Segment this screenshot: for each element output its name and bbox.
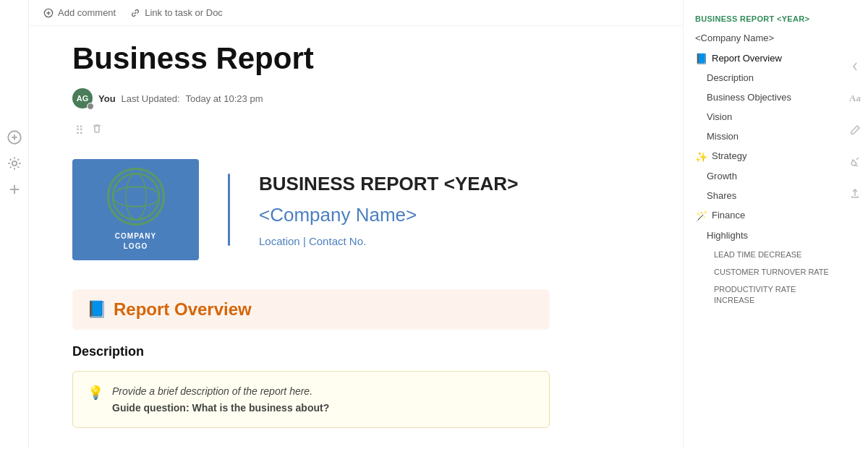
location-contact: Location | Contact No. — [259, 235, 518, 247]
avatar: AG — [72, 88, 93, 108]
sidebar-item-shares[interactable]: Shares — [684, 187, 842, 206]
avatar-badge — [87, 103, 94, 110]
plus-icon[interactable] — [7, 182, 22, 197]
strategy-emoji: ✨ — [695, 150, 707, 163]
sidebar-item-strategy[interactable]: ✨ Strategy — [684, 147, 842, 167]
share-icon[interactable] — [846, 185, 864, 202]
font-size-icon[interactable]: Aa — [846, 90, 864, 107]
company-logo: COMPANY LOGO — [72, 159, 199, 260]
report-overview-emoji: 📘 — [695, 52, 707, 65]
report-title: BUSINESS REPORT <YEAR> — [259, 173, 518, 195]
drag-handle-icon[interactable]: ⠿ — [75, 124, 84, 137]
sidebar-item-report-overview[interactable]: 📘 Report Overview — [684, 48, 842, 69]
sidebar-item-productivity-rate[interactable]: PRODUCTIVITY RATE INCREASE — [684, 281, 842, 309]
sidebar-title: BUSINESS REPORT <YEAR> — [684, 12, 842, 29]
callout-block: 💡 Provide a brief description of the rep… — [72, 371, 550, 428]
callout-icon: 💡 — [88, 385, 103, 401]
last-updated-label: Last Updated: — [122, 93, 180, 104]
far-right-panel: Aa — [842, 0, 868, 449]
company-name: <Company Name> — [259, 204, 518, 226]
overview-heading-text: Report Overview — [114, 299, 252, 320]
logo-circle — [107, 168, 165, 226]
svg-point-11 — [113, 187, 159, 207]
document-title: Business Report — [72, 40, 639, 77]
finance-emoji: 🪄 — [695, 210, 707, 223]
svg-point-10 — [126, 174, 146, 220]
sidebar-item-customer-turnover[interactable]: CUSTOMER TURNOVER RATE — [684, 263, 842, 281]
report-overview-heading: 📘 Report Overview — [72, 289, 550, 330]
cover-section: COMPANY LOGO BUSINESS REPORT <YEAR> <Com… — [72, 159, 639, 260]
author-name: You — [98, 93, 116, 104]
cover-info: BUSINESS REPORT <YEAR> <Company Name> Lo… — [259, 173, 518, 247]
svg-point-9 — [113, 174, 159, 220]
sidebar-item-mission[interactable]: Mission — [684, 127, 842, 147]
sidebar-item-finance[interactable]: 🪄 Finance — [684, 206, 842, 226]
collapse-icon[interactable] — [846, 58, 864, 75]
document-area: Business Report AG You Last Updated: Tod… — [29, 26, 683, 449]
paint-icon[interactable] — [846, 153, 864, 171]
sidebar-item-business-objectives[interactable]: Business Objectives — [684, 88, 842, 108]
main-content: Add comment Link to task or Doc Business… — [29, 0, 683, 449]
logo-text: COMPANY LOGO — [115, 231, 156, 252]
delete-icon[interactable] — [91, 123, 103, 137]
sidebar-item-highlights[interactable]: Highlights — [684, 226, 842, 246]
link-to-task-button[interactable]: Link to task or Doc — [130, 7, 223, 18]
sidebar-item-growth[interactable]: Growth — [684, 167, 842, 187]
svg-point-3 — [12, 161, 16, 166]
vertical-divider — [228, 174, 230, 246]
left-sidebar — [0, 0, 29, 449]
sidebar-item-lead-time[interactable]: LEAD TIME DECREASE — [684, 246, 842, 263]
action-icons: ⠿ — [72, 123, 639, 137]
add-block-icon[interactable] — [7, 130, 22, 145]
sidebar-company-name[interactable]: <Company Name> — [684, 29, 842, 48]
sidebar-item-description[interactable]: Description — [684, 69, 842, 88]
edit-icon[interactable] — [846, 121, 864, 139]
right-sidebar: BUSINESS REPORT <YEAR> <Company Name> 📘 … — [683, 0, 842, 449]
description-heading: Description — [72, 344, 639, 359]
top-toolbar: Add comment Link to task or Doc — [29, 0, 683, 26]
sidebar-item-vision[interactable]: Vision — [684, 108, 842, 127]
settings-icon[interactable] — [7, 156, 22, 171]
callout-text: Provide a brief description of the repor… — [112, 383, 329, 416]
last-updated-value: Today at 10:23 pm — [186, 93, 263, 104]
add-comment-button[interactable]: Add comment — [43, 7, 116, 18]
overview-emoji: 📘 — [87, 300, 106, 319]
author-row: AG You Last Updated: Today at 10:23 pm — [72, 88, 639, 108]
